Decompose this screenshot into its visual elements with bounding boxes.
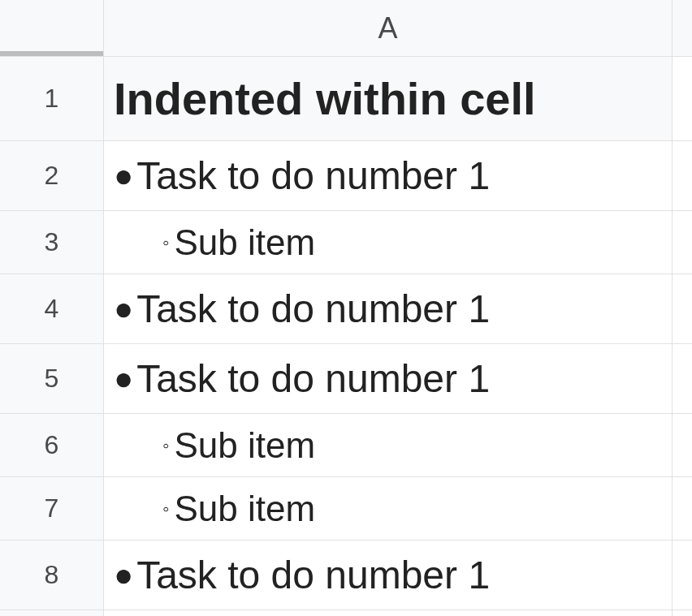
circle-icon: ◦ — [162, 434, 170, 457]
cell-A6[interactable]: ◦ Sub item — [104, 414, 673, 477]
cell-A9[interactable] — [104, 610, 673, 616]
cell-A5-text: Task to do number 1 — [136, 356, 490, 401]
select-all-corner[interactable] — [0, 0, 104, 57]
row-header-6[interactable]: 6 — [0, 414, 104, 477]
bullet-icon: ● — [114, 557, 133, 593]
spreadsheet-grid: A 1 Indented within cell 2 ● Task to do … — [0, 0, 692, 616]
cell-A7[interactable]: ◦ Sub item — [104, 477, 673, 541]
cell-overflow-2 — [673, 141, 692, 211]
bullet-icon: ● — [114, 291, 133, 327]
bullet-icon: ● — [114, 360, 133, 397]
row-header-1[interactable]: 1 — [0, 57, 104, 141]
row-header-2[interactable]: 2 — [0, 141, 104, 211]
cell-overflow-3 — [673, 211, 692, 274]
row-header-7[interactable]: 7 — [0, 477, 104, 541]
cell-A2[interactable]: ● Task to do number 1 — [104, 141, 673, 211]
cell-A8-text: Task to do number 1 — [136, 553, 490, 597]
cell-A1-text: Indented within cell — [114, 72, 536, 125]
cell-overflow-7 — [673, 477, 692, 541]
row-header-8[interactable]: 8 — [0, 541, 104, 610]
cell-A6-text: Sub item — [175, 425, 316, 466]
cell-overflow-5 — [673, 344, 692, 414]
bullet-icon: ● — [114, 157, 133, 194]
circle-icon: ◦ — [162, 498, 170, 520]
cell-A3[interactable]: ◦ Sub item — [104, 211, 673, 274]
row-header-9[interactable] — [0, 610, 104, 616]
cell-A4-text: Task to do number 1 — [136, 286, 490, 331]
cell-A4[interactable]: ● Task to do number 1 — [104, 274, 673, 344]
row-header-5[interactable]: 5 — [0, 344, 104, 414]
row-header-3[interactable]: 3 — [0, 211, 104, 274]
cell-A8[interactable]: ● Task to do number 1 — [104, 541, 673, 610]
cell-overflow-4 — [673, 274, 692, 344]
cell-A7-text: Sub item — [175, 489, 316, 529]
column-header-overflow — [673, 0, 692, 57]
cell-overflow-8 — [673, 541, 692, 610]
circle-icon: ◦ — [162, 231, 170, 254]
cell-overflow-6 — [673, 414, 692, 477]
cell-A5[interactable]: ● Task to do number 1 — [104, 344, 673, 414]
cell-A3-text: Sub item — [175, 222, 316, 263]
cell-overflow-1 — [673, 57, 692, 141]
cell-A1[interactable]: Indented within cell — [104, 57, 673, 141]
cell-A2-text: Task to do number 1 — [136, 153, 490, 198]
column-header-A[interactable]: A — [104, 0, 673, 57]
cell-overflow-9 — [673, 610, 692, 616]
row-header-4[interactable]: 4 — [0, 274, 104, 344]
